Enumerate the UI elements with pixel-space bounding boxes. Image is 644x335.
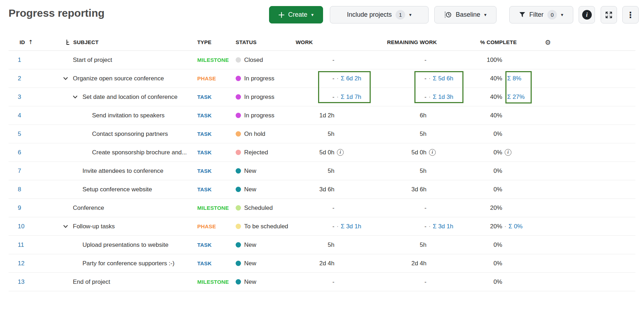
work-value[interactable]: - xyxy=(295,278,334,286)
column-header-work[interactable]: WORK xyxy=(295,39,371,45)
work-package-id-link[interactable]: 11 xyxy=(18,241,24,248)
work-package-subject[interactable]: Organize open source conference xyxy=(73,75,164,82)
percent-value[interactable]: 40% xyxy=(466,112,502,119)
status-label[interactable]: In progress xyxy=(244,75,274,82)
work-package-id-link[interactable]: 8 xyxy=(18,186,21,193)
type-label[interactable]: TASK xyxy=(197,260,212,266)
work-package-subject[interactable]: Start of project xyxy=(73,57,112,64)
filter-button[interactable]: Filter 0 ▾ xyxy=(509,6,573,23)
column-header-id[interactable]: ID ↑ xyxy=(9,39,46,46)
percent-value[interactable]: 0% xyxy=(466,278,502,286)
type-label[interactable]: PHASE xyxy=(197,75,216,81)
work-package-id-link[interactable]: 2 xyxy=(18,75,21,82)
type-label[interactable]: MILESTONE xyxy=(197,205,229,211)
type-label[interactable]: MILESTONE xyxy=(197,279,229,285)
baseline-button[interactable]: Baseline ▾ xyxy=(434,6,497,23)
type-label[interactable]: TASK xyxy=(197,186,212,192)
info-button[interactable]: i xyxy=(579,6,595,23)
table-settings-gear-icon[interactable]: ⚙ xyxy=(545,38,551,46)
status-label[interactable]: New xyxy=(244,241,256,249)
hierarchy-icon[interactable] xyxy=(66,39,70,45)
work-package-subject[interactable]: Send invitation to speakers xyxy=(92,112,165,119)
percent-value[interactable]: 20% xyxy=(466,204,502,212)
remaining-value[interactable]: - xyxy=(371,278,426,286)
work-package-subject[interactable]: Set date and location of conference xyxy=(82,94,177,101)
remaining-value[interactable]: - xyxy=(371,75,426,82)
work-package-subject[interactable]: Conference xyxy=(73,204,104,212)
type-label[interactable]: PHASE xyxy=(197,223,216,229)
percent-value[interactable]: 100% xyxy=(466,57,502,64)
info-icon[interactable]: i xyxy=(337,149,344,156)
type-label[interactable]: MILESTONE xyxy=(197,57,229,63)
status-label[interactable]: On hold xyxy=(244,131,265,138)
status-label[interactable]: Scheduled xyxy=(244,204,273,212)
percent-value[interactable]: 40% xyxy=(466,94,502,101)
work-package-subject[interactable]: Upload presentations to website xyxy=(82,241,168,249)
work-package-id-link[interactable]: 1 xyxy=(18,57,21,63)
percent-value[interactable]: 0% xyxy=(466,241,502,249)
type-label[interactable]: TASK xyxy=(197,112,212,118)
percent-value[interactable]: 40% xyxy=(466,75,502,82)
work-value[interactable]: - xyxy=(295,223,334,230)
remaining-value[interactable]: - xyxy=(371,57,426,64)
percent-value[interactable]: 0% xyxy=(466,131,502,138)
status-label[interactable]: Rejected xyxy=(244,149,268,156)
work-package-id-link[interactable]: 3 xyxy=(18,94,21,100)
column-header-subject[interactable]: SUBJECT xyxy=(46,39,194,45)
work-value[interactable]: - xyxy=(295,204,334,212)
work-value[interactable]: 5h xyxy=(295,168,334,175)
more-options-button[interactable]: ⋮ xyxy=(622,6,639,23)
work-package-subject[interactable]: Setup conference website xyxy=(82,186,152,193)
status-label[interactable]: New xyxy=(244,186,256,193)
remaining-value[interactable]: 3d 6h xyxy=(371,186,426,193)
status-label[interactable]: New xyxy=(244,168,256,175)
work-value[interactable]: 1d 2h xyxy=(295,112,334,119)
work-value[interactable]: 5h xyxy=(295,241,334,249)
type-label[interactable]: TASK xyxy=(197,94,212,100)
status-label[interactable]: To be scheduled xyxy=(244,223,288,230)
work-package-id-link[interactable]: 7 xyxy=(18,168,21,174)
work-package-subject[interactable]: Party for conference supporters :-) xyxy=(82,260,175,267)
work-package-subject[interactable]: Invite attendees to conference xyxy=(82,168,163,175)
work-package-subject[interactable]: Contact sponsoring partners xyxy=(92,131,168,138)
remaining-value[interactable]: - xyxy=(371,94,426,101)
type-label[interactable]: TASK xyxy=(197,168,212,174)
percent-value[interactable]: 0% xyxy=(466,168,502,175)
work-package-id-link[interactable]: 9 xyxy=(18,204,21,211)
status-label[interactable]: Closed xyxy=(244,57,263,64)
collapse-chevron-icon[interactable] xyxy=(63,77,68,80)
fullscreen-button[interactable] xyxy=(601,6,617,23)
info-icon[interactable]: i xyxy=(429,149,436,156)
type-label[interactable]: TASK xyxy=(197,242,212,248)
status-label[interactable]: New xyxy=(244,260,256,267)
column-header-remaining-work[interactable]: REMAINING WORK xyxy=(371,39,466,45)
work-package-id-link[interactable]: 10 xyxy=(18,223,25,230)
collapse-chevron-icon[interactable] xyxy=(73,95,77,99)
status-label[interactable]: In progress xyxy=(244,94,274,101)
work-value[interactable]: - xyxy=(295,75,334,82)
work-value[interactable]: 5h xyxy=(295,131,334,138)
work-value[interactable]: - xyxy=(295,94,334,101)
column-header-percent-complete[interactable]: % COMPLETE xyxy=(466,39,542,45)
include-projects-button[interactable]: Include projects 1 ▾ xyxy=(330,6,429,23)
work-package-subject[interactable]: Create sponsorship brochure and... xyxy=(92,149,187,156)
info-icon[interactable]: i xyxy=(505,149,511,156)
remaining-value[interactable]: - xyxy=(371,223,426,230)
work-package-subject[interactable]: End of project xyxy=(73,278,110,286)
remaining-value[interactable]: 2d 4h xyxy=(371,260,426,267)
work-package-id-link[interactable]: 5 xyxy=(18,131,21,137)
type-label[interactable]: TASK xyxy=(197,131,212,137)
remaining-value[interactable]: 5h xyxy=(371,241,426,249)
type-label[interactable]: TASK xyxy=(197,149,212,155)
work-value[interactable]: 3d 6h xyxy=(295,186,334,193)
column-header-type[interactable]: TYPE xyxy=(194,39,235,45)
work-package-id-link[interactable]: 12 xyxy=(18,260,25,267)
work-value[interactable]: - xyxy=(295,57,334,64)
remaining-value[interactable]: 6h xyxy=(371,112,426,119)
create-button[interactable]: Create ▾ xyxy=(269,6,323,23)
collapse-chevron-icon[interactable] xyxy=(63,225,68,228)
work-package-subject[interactable]: Follow-up tasks xyxy=(73,223,115,230)
column-header-status[interactable]: STATUS xyxy=(235,39,295,45)
work-package-id-link[interactable]: 13 xyxy=(18,278,25,285)
status-label[interactable]: In progress xyxy=(244,112,274,119)
